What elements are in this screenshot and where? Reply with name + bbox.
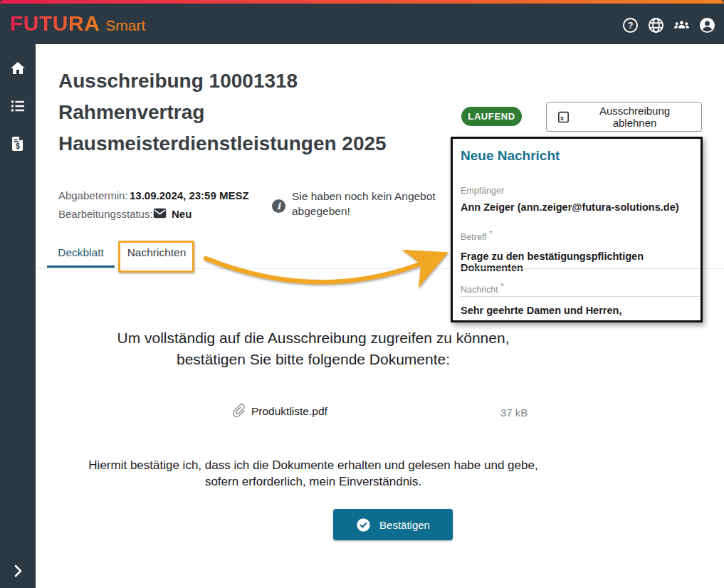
tab-nachrichten[interactable]: Nachrichten [123,246,190,268]
confirm-button[interactable]: Bestätigen [333,509,453,540]
deadline-value: 13.09.2024, 23:59 MESZ [130,189,249,201]
sidebar-nav: $ [0,44,36,588]
reject-tender-button[interactable]: x Ausschreibung ablehnen [546,102,702,132]
svg-text:?: ? [628,21,634,31]
status-badge: LAUFEND [461,107,522,126]
annotation-arrow [196,242,456,317]
brand-suffix: Smart [105,17,145,34]
subject-label: Betreff * [461,229,492,242]
help-icon[interactable]: ? [622,17,639,33]
info-icon: i [272,199,285,213]
recipient-value: Ann Zeiger (ann.zeiger@futura-solutions.… [461,201,679,213]
attachment-filesize: 37 kB [500,406,528,419]
account-icon[interactable] [699,17,715,33]
message-field-underline [460,296,701,297]
paperclip-icon [231,403,247,419]
topbar-icon-group: ? [622,17,715,33]
check-circle-icon [356,518,371,532]
top-bar: FUTURA Smart ? [0,0,724,44]
file-x-icon: x [557,110,570,124]
required-marker: * [489,229,492,238]
app-window: FUTURA Smart ? $ [0,0,724,588]
new-message-panel: Neue Nachricht Empfänger Ann Zeiger (ann… [451,137,703,322]
app-logo[interactable]: FUTURA Smart [10,11,145,36]
svg-text:$: $ [16,142,20,150]
recipient-label: Empfänger [461,186,504,196]
page-title: Ausschreibung 10001318 Rahmenvertrag Hau… [58,65,486,159]
no-offer-info-text: Sie haben noch kein Angebot abgegeben! [292,189,447,219]
processing-status-label: Bearbeitungsstatus: [58,208,153,220]
svg-text:x: x [560,114,564,121]
brand-name: FUTURA [10,11,100,36]
user-groups-icon[interactable] [673,17,690,33]
attachment-filename[interactable]: Produktliste.pdf [251,405,327,418]
tender-list-icon[interactable] [9,98,26,115]
reject-tender-label: Ausschreibung ablehnen [578,105,691,129]
required-marker: * [500,282,503,290]
home-icon[interactable] [9,60,26,77]
message-label: Nachricht * [461,282,504,295]
confirmation-statement: Hiermit bestätige ich, dass ich die Doku… [58,457,568,490]
message-input-value[interactable]: Sehr geehrte Damen und Herren, [461,305,621,316]
language-globe-icon[interactable] [648,17,664,33]
mail-envelope-icon [153,208,167,219]
subject-field-underline [460,268,701,269]
subject-input-value[interactable]: Frage zu den bestätigungspflichtigen Dok… [461,251,701,273]
brand-gradient-strip [0,0,724,4]
active-tab-underline [47,266,115,268]
offer-document-icon[interactable]: $ [9,135,26,152]
processing-status-value: Neu [172,208,192,220]
document-confirm-intro: Um vollständig auf die Ausschreibung zug… [58,327,568,370]
confirm-button-label: Bestätigen [379,519,430,531]
new-message-title: Neue Nachricht [461,148,560,164]
expand-sidebar-chevron-icon[interactable] [9,562,26,579]
deadline-label: Abgabetermin: [58,189,128,201]
